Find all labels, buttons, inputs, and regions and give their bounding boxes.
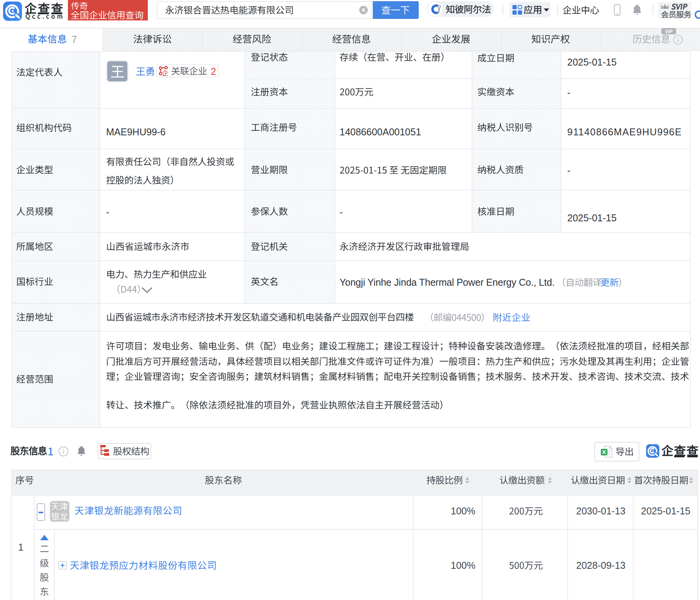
svg-text:VIP: VIP: [665, 29, 673, 34]
